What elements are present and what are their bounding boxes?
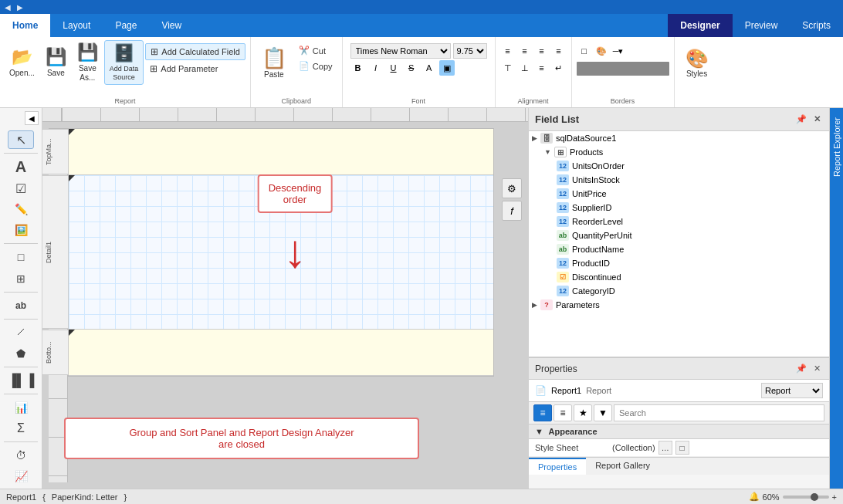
strikethrough-button[interactable]: S <box>404 60 419 76</box>
add-parameter-button[interactable]: ⊞ Add Parameter <box>145 61 245 76</box>
num-icon: 12 <box>557 161 569 171</box>
properties-close-button[interactable]: ✕ <box>811 363 823 375</box>
sigma-tool-button[interactable]: Σ <box>8 419 34 438</box>
report-canvas-wrapper: TopMa... Detail1 Botto... ⚙ <box>42 122 528 489</box>
styles-button[interactable]: 🎨 Styles <box>679 40 715 85</box>
report-page[interactable]: TopMa... Detail1 Botto... <box>68 128 494 377</box>
field-item-quantityPerUnit[interactable]: ab QuantityPerUnit <box>554 228 829 242</box>
props-categorized-button[interactable]: ≡ <box>533 404 552 421</box>
field-item-supplierID[interactable]: 12 SupplierID <box>554 201 829 215</box>
zoom-in-button[interactable]: + <box>832 492 837 502</box>
corner-marker-detail <box>69 175 75 181</box>
font-color-button[interactable]: A <box>422 60 437 76</box>
edit-tool-button[interactable]: ✏️ <box>8 200 34 218</box>
field-item-unitPrice[interactable]: 12 UnitPrice <box>554 187 829 201</box>
zoom-slider[interactable] <box>783 496 829 499</box>
gauge-tool-button[interactable]: ⏱ <box>8 446 34 465</box>
text-tool-button[interactable]: A <box>8 157 34 177</box>
tab-page[interactable]: Page <box>103 14 149 37</box>
field-item-categoryID[interactable]: 12 CategoryID <box>554 284 829 298</box>
band-bottommargin[interactable]: Botto... <box>69 330 493 376</box>
indent-button[interactable]: ↵ <box>551 60 567 76</box>
valign-middle-button[interactable]: ⊥ <box>517 60 533 76</box>
back-btn[interactable]: ◀ <box>5 3 11 12</box>
properties-type-dropdown[interactable]: Report <box>761 383 823 398</box>
save-button[interactable]: 💾 Save <box>41 40 71 85</box>
align-left-button[interactable]: ≡ <box>500 43 516 59</box>
num-icon: 12 <box>557 174 569 185</box>
barcode-tool-button[interactable]: ▐▌▐ <box>8 371 34 390</box>
field-list-pin-button[interactable]: 📌 <box>795 113 807 126</box>
border-color-button[interactable]: 🎨 <box>594 43 609 59</box>
select-tool-button[interactable]: ↖ <box>8 130 34 149</box>
bold-button[interactable]: B <box>350 60 366 76</box>
border-style-button[interactable]: □ <box>577 43 592 59</box>
checkbox-tool-button[interactable]: ☑ <box>8 179 34 198</box>
num-icon: 12 <box>557 188 569 199</box>
report-gallery-tab[interactable]: Report Gallery <box>586 458 659 475</box>
band-settings-button[interactable]: ⚙ <box>502 178 522 198</box>
table-tool-button[interactable]: ⊞ <box>8 269 34 287</box>
datasource-item[interactable]: ▶ 🗄 sqlDataSource1 <box>529 131 829 145</box>
props-alpha-button[interactable]: ≡ <box>554 404 572 421</box>
properties-search-input[interactable] <box>614 404 824 421</box>
chart-tool-button[interactable]: 📊 <box>8 398 34 417</box>
align-right-button[interactable]: ≡ <box>534 43 550 59</box>
band-func-button[interactable]: f <box>502 201 522 221</box>
add-calculated-field-button[interactable]: ⊞ Add Calculated Field <box>145 43 245 60</box>
bg-color-button[interactable]: ▣ <box>439 60 455 76</box>
style-sheet-edit-button[interactable]: … <box>658 441 672 455</box>
properties-actions: 📌 ✕ <box>795 363 823 375</box>
field-item-reorderLevel[interactable]: 12 ReorderLevel <box>554 215 829 228</box>
border-weight-select[interactable]: ─▾ <box>611 43 626 59</box>
field-item-productName[interactable]: ab ProductName <box>554 242 829 256</box>
open-button[interactable]: 📂 Open... <box>5 40 39 85</box>
copy-button[interactable]: 📄 Copy <box>294 59 337 73</box>
line-tool-button[interactable]: ⟋ <box>8 323 34 341</box>
field-item-discontinued[interactable]: ☑ Discontinued <box>554 270 829 284</box>
align-center-button[interactable]: ≡ <box>517 43 533 59</box>
cut-button[interactable]: ✂️ Cut <box>294 43 337 58</box>
tab-designer[interactable]: Designer <box>668 14 732 37</box>
num-icon: 12 <box>557 258 569 269</box>
props-favorites-button[interactable]: ★ <box>574 404 592 421</box>
style-sheet-row: Style Sheet (Collection) … □ <box>529 439 829 457</box>
rect-tool-button[interactable]: □ <box>8 248 34 266</box>
report-explorer-sidebar[interactable]: Report Explorer <box>829 108 843 489</box>
field-list-close-button[interactable]: ✕ <box>811 113 823 126</box>
add-data-source-button[interactable]: 🗄️ Add DataSource <box>104 40 144 85</box>
font-family-select[interactable]: Times New Roman <box>350 43 451 59</box>
tab-layout[interactable]: Layout <box>50 14 103 37</box>
field-item-unitsOnOrder[interactable]: 12 UnitsOnOrder <box>554 159 829 173</box>
collapse-button[interactable]: ◀ <box>25 111 39 125</box>
tab-home[interactable]: Home <box>0 14 50 37</box>
props-more-button[interactable]: ▼ <box>594 404 612 421</box>
valign-bottom-button[interactable]: ≡ <box>534 60 550 76</box>
style-sheet-clear-button[interactable]: □ <box>675 441 689 455</box>
right-panel-area: Field List 📌 ✕ ▶ 🗄 sqlDataSource1 ▼ ⊞ Pr… <box>528 108 843 489</box>
band-topmargin[interactable]: TopMa... <box>69 129 493 175</box>
canvas-area[interactable]: TopMa... Detail1 Botto... ⚙ <box>42 108 528 489</box>
image-tool-button[interactable]: 🖼️ <box>8 221 34 239</box>
sparkline-tool-button[interactable]: 📈 <box>8 467 34 485</box>
tab-scripts[interactable]: Scripts <box>790 14 843 37</box>
parameters-item[interactable]: ▶ ? Parameters <box>529 298 829 312</box>
properties-tab[interactable]: Properties <box>529 458 586 475</box>
style-sheet-value: (Collection) … □ <box>612 441 823 455</box>
valign-top-button[interactable]: ⊤ <box>500 60 516 76</box>
field-item-unitsInStock[interactable]: 12 UnitsInStock <box>554 173 829 187</box>
tab-preview[interactable]: Preview <box>733 14 791 37</box>
paste-button[interactable]: 📋 Paste <box>256 40 293 85</box>
italic-button[interactable]: I <box>368 60 384 76</box>
products-table-item[interactable]: ▼ ⊞ Products <box>541 145 829 159</box>
tab-view[interactable]: View <box>149 14 194 37</box>
label-tool-button[interactable]: ab <box>8 296 34 314</box>
properties-pin-button[interactable]: 📌 <box>795 363 807 375</box>
align-justify-button[interactable]: ≡ <box>551 43 567 59</box>
forward-btn[interactable]: ▶ <box>17 3 23 12</box>
underline-button[interactable]: U <box>386 60 401 76</box>
shape-tool-button[interactable]: ⬟ <box>8 344 34 363</box>
font-size-select[interactable]: 9.75 <box>453 43 487 59</box>
save-as-button[interactable]: 💾 SaveAs... <box>73 40 103 85</box>
field-item-productID[interactable]: 12 ProductID <box>554 256 829 270</box>
